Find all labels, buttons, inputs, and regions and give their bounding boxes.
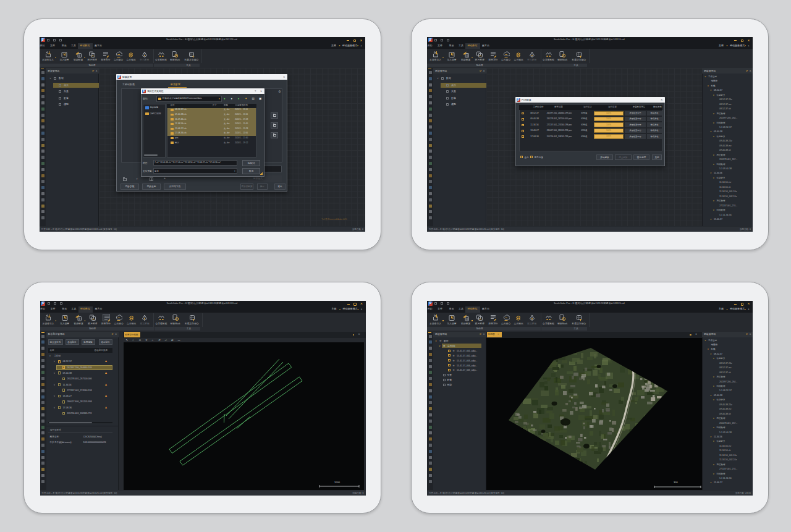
svg-text:300: 300 [674,481,678,484]
svg-text:1000: 1000 [334,481,341,484]
